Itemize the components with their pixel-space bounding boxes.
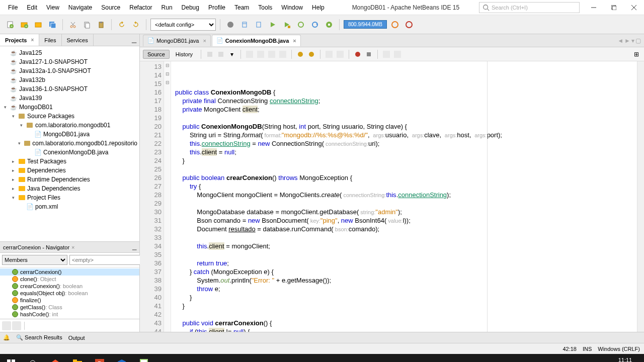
debug-button[interactable] [281, 19, 293, 31]
menu-tools[interactable]: Tools [254, 2, 276, 13]
panel-tab-files[interactable]: Files [39, 34, 61, 46]
taskbar-app-brave[interactable] [44, 354, 66, 362]
menu-run[interactable]: Run [157, 2, 177, 13]
pause-button[interactable] [403, 19, 415, 31]
tree-node[interactable]: ▾com.laboratorio.mongodb01 [0, 121, 139, 130]
source-view-button[interactable]: Source [143, 50, 170, 59]
tree-toggle-icon[interactable]: ▸ [10, 177, 16, 182]
tree-toggle-icon[interactable]: ▾ [10, 114, 16, 119]
taskbar-clock[interactable]: 11:11 02/03/2024 [606, 356, 644, 362]
tree-toggle-icon[interactable]: ▸ [10, 168, 16, 173]
tree-toggle-icon[interactable]: ▸ [10, 186, 16, 191]
undo-button[interactable] [116, 19, 128, 31]
tree-node[interactable]: Java132b [0, 75, 139, 84]
nav-tool-3[interactable] [28, 321, 37, 330]
tree-toggle-icon[interactable]: ▾ [18, 123, 24, 128]
project-tree[interactable]: Java125Java127-1.0-SNAPSHOTJava132a-1.0-… [0, 46, 139, 241]
tree-node[interactable]: 📄MongoDB01.java [0, 130, 139, 139]
editor-tab[interactable]: 📄MongoDB01.java× [143, 35, 211, 46]
navigator-member[interactable]: equals(Object obj) : boolean [0, 290, 139, 297]
nav-tool-4[interactable] [38, 321, 47, 330]
nav-tool-1[interactable] [2, 321, 11, 330]
output-tab[interactable]: Output [68, 335, 85, 341]
maximize-button[interactable] [604, 0, 624, 15]
search-taskbar-button[interactable] [22, 354, 44, 362]
close-icon[interactable]: × [71, 244, 74, 250]
search-results-tab[interactable]: 🔍 Search Results [16, 334, 62, 341]
tab-list-icon[interactable]: ▾ [631, 37, 634, 44]
profile-button[interactable] [295, 19, 307, 31]
navigator-member[interactable]: finalize() [0, 297, 139, 304]
stop-macro-icon[interactable] [364, 50, 373, 59]
code-lines[interactable]: public class ConexionMongoDB { private f… [171, 61, 637, 332]
tree-node[interactable]: ▸Java Dependencies [0, 184, 139, 193]
navigator-member[interactable]: clone() : Object [0, 276, 139, 283]
menu-debug[interactable]: Debug [178, 2, 203, 13]
prev-tab-icon[interactable]: ◄ [617, 37, 623, 44]
ed-tool-6[interactable] [307, 50, 316, 59]
taskbar-app-explorer[interactable] [66, 354, 89, 362]
members-select[interactable]: Members [2, 255, 67, 265]
panel-tab-services[interactable]: Services [62, 34, 94, 46]
paste-button[interactable] [95, 19, 107, 31]
ed-tool-3[interactable] [267, 50, 276, 59]
history-view-button[interactable]: History [172, 50, 197, 58]
open-project-button[interactable] [32, 19, 44, 31]
maximize-editor-icon[interactable]: ▢ [635, 37, 641, 44]
ed-nav-back-icon[interactable] [205, 50, 214, 59]
minimize-panel-icon[interactable]: ▁ [132, 244, 136, 250]
tree-node[interactable]: 📄ConexionMongoDB.java [0, 148, 139, 157]
tree-toggle-icon[interactable]: ▾ [10, 195, 16, 200]
code-editor[interactable]: 1314151617181920212223242526272829303132… [140, 61, 644, 332]
clean-build-button[interactable] [238, 19, 251, 31]
tree-node[interactable]: ▸Runtime Dependencies [0, 175, 139, 184]
close-button[interactable] [624, 0, 644, 15]
split-editor-icon[interactable]: ⊞ [632, 50, 641, 59]
run-button[interactable] [267, 19, 279, 31]
menu-navigate[interactable]: Navigate [64, 2, 96, 13]
ed-tool-1[interactable] [245, 50, 254, 59]
navigator-member[interactable]: crearConexion() : boolean [0, 283, 139, 290]
menu-file[interactable]: File [4, 2, 22, 13]
start-button[interactable] [0, 354, 22, 362]
new-file-button[interactable]: + [4, 19, 16, 31]
ed-tool-4[interactable] [278, 50, 287, 59]
ed-tool-7[interactable] [325, 50, 334, 59]
tree-node[interactable]: Java136-1.0-SNAPSHOT [0, 84, 139, 94]
minimize-button[interactable] [584, 0, 604, 15]
next-tab-icon[interactable]: ► [624, 37, 630, 44]
menu-profile[interactable]: Profile [204, 2, 229, 13]
tree-toggle-icon[interactable]: ▾ [17, 141, 22, 146]
menu-team[interactable]: Team [230, 2, 253, 13]
config-select[interactable]: <default config> [150, 19, 216, 31]
build-button[interactable] [224, 19, 236, 31]
save-all-button[interactable] [46, 19, 58, 31]
redo-button[interactable] [130, 19, 142, 31]
navigator-member[interactable]: getClass() : Class [0, 304, 139, 311]
ed-tool-9[interactable] [382, 50, 391, 59]
tree-node[interactable]: Java132a-1.0-SNAPSHOT [0, 66, 139, 75]
cut-button[interactable] [67, 19, 79, 31]
close-icon[interactable]: × [203, 38, 206, 44]
fold-gutter[interactable]: ⊟⊟⊟ [164, 61, 171, 332]
nav-tool-8[interactable] [78, 321, 87, 330]
nav-tool-2[interactable] [12, 321, 21, 330]
vertical-scrollbar[interactable] [637, 61, 644, 332]
nav-tool-6[interactable] [58, 321, 67, 330]
record-macro-icon[interactable] [353, 50, 362, 59]
tree-node[interactable]: Java139 [0, 94, 139, 103]
tree-node[interactable]: ▾Project Files [0, 193, 139, 202]
ed-nav-fwd-icon[interactable] [216, 50, 225, 59]
nav-tool-5[interactable] [48, 321, 57, 330]
search-input[interactable]: Search (Ctrl+I) [479, 2, 580, 13]
close-icon[interactable]: × [293, 38, 296, 44]
tree-node[interactable]: Java127-1.0-SNAPSHOT [0, 57, 139, 66]
menu-refactor[interactable]: Refactor [125, 2, 156, 13]
tree-node[interactable]: ▾com.laboratorio.mongodb01.repositorio [0, 139, 139, 148]
tree-node[interactable]: 📄pom.xml [0, 202, 139, 211]
menu-view[interactable]: View [42, 2, 63, 13]
ed-find-icon[interactable]: ▾ [227, 50, 236, 59]
tree-toggle-icon[interactable]: ▾ [2, 105, 8, 110]
clean-button[interactable] [253, 19, 265, 31]
tree-toggle-icon[interactable]: ▸ [10, 159, 16, 164]
